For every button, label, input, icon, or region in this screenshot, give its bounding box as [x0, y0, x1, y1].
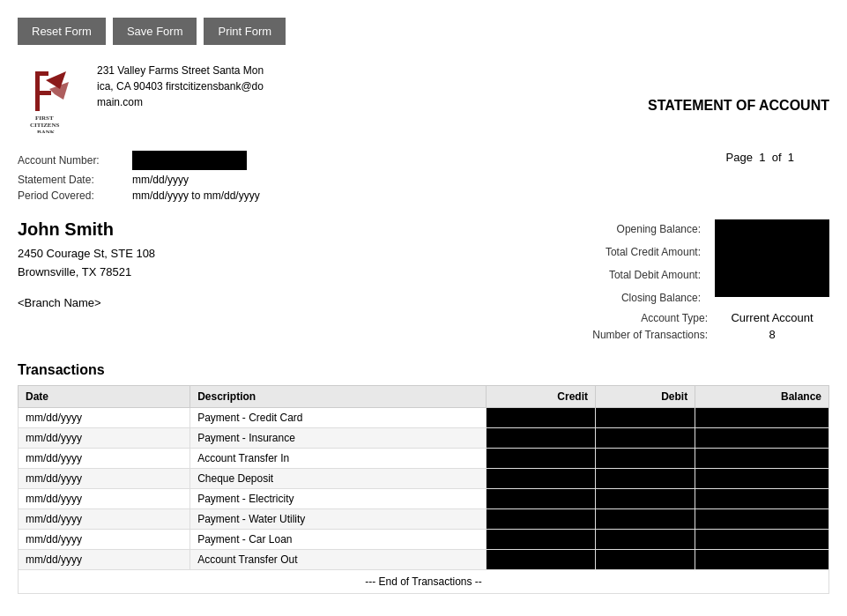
- cell-debit[interactable]: [595, 449, 695, 469]
- col-description: Description: [190, 386, 486, 408]
- cell-balance[interactable]: [695, 530, 829, 550]
- print-button[interactable]: Print Form: [204, 18, 286, 45]
- cell-credit[interactable]: [486, 550, 595, 570]
- account-type-row: Account Type: Current Account: [459, 311, 829, 324]
- cell-date: mm/dd/yyyy: [19, 550, 190, 570]
- cell-date: mm/dd/yyyy: [19, 509, 190, 530]
- reset-button[interactable]: Reset Form: [18, 18, 106, 45]
- table-row: mm/dd/yyyyCheque Deposit: [19, 469, 829, 489]
- cell-credit[interactable]: [486, 428, 595, 449]
- cell-description: Payment - Car Loan: [190, 530, 486, 550]
- bank-address-line2: ica, CA 90403 firstcitizensbank@do: [97, 80, 264, 93]
- cell-balance[interactable]: [695, 509, 829, 530]
- cell-date: mm/dd/yyyy: [19, 530, 190, 550]
- end-of-transactions: --- End of Transactions --: [18, 570, 829, 594]
- cell-balance[interactable]: [695, 550, 829, 570]
- cell-debit[interactable]: [595, 469, 695, 489]
- account-number-value[interactable]: [132, 151, 247, 170]
- bank-address-line3: main.com: [97, 96, 143, 108]
- num-transactions-label: Number of Transactions:: [592, 329, 708, 341]
- period-covered-value[interactable]: mm/dd/yyyy to mm/dd/yyyy: [132, 189, 260, 202]
- svg-text:BANK: BANK: [37, 129, 56, 133]
- cell-balance[interactable]: [695, 469, 829, 489]
- table-row: mm/dd/yyyyPayment - Insurance: [19, 428, 829, 449]
- svg-text:FIRST: FIRST: [35, 115, 54, 122]
- cell-credit[interactable]: [486, 509, 595, 530]
- num-transactions-row: Number of Transactions: 8: [459, 328, 829, 341]
- cell-credit[interactable]: [486, 469, 595, 489]
- table-row: mm/dd/yyyyPayment - Credit Card: [19, 408, 829, 428]
- cell-debit[interactable]: [595, 550, 695, 570]
- customer-name: John Smith: [18, 219, 459, 240]
- cell-date: mm/dd/yyyy: [19, 489, 190, 509]
- total-debit-label: Total Debit Amount:: [609, 265, 701, 285]
- table-row: mm/dd/yyyyAccount Transfer In: [19, 449, 829, 469]
- statement-date-row: Statement Date: mm/dd/yyyy: [18, 174, 829, 186]
- bank-info: FIRST CITIZENS BANK 231 Valley Farms Str…: [18, 63, 264, 133]
- cell-debit[interactable]: [595, 408, 695, 428]
- col-credit: Credit: [486, 386, 595, 408]
- cell-credit[interactable]: [486, 530, 595, 550]
- cell-balance[interactable]: [695, 428, 829, 449]
- cell-debit[interactable]: [595, 428, 695, 449]
- main-content: John Smith 2450 Courage St, STE 108 Brow…: [18, 219, 829, 345]
- header-section: FIRST CITIZENS BANK 231 Valley Farms Str…: [18, 63, 829, 133]
- svg-marker-0: [35, 71, 51, 111]
- bank-address-line1: 231 Valley Farms Street Santa Mon: [97, 64, 264, 77]
- cell-debit[interactable]: [595, 509, 695, 530]
- cell-description: Account Transfer In: [190, 449, 486, 469]
- summary-labels: Opening Balance: Total Credit Amount: To…: [606, 219, 708, 308]
- summary-values-box[interactable]: [715, 219, 829, 297]
- account-number-label: Account Number:: [18, 154, 132, 167]
- table-row: mm/dd/yyyyPayment - Electricity: [19, 489, 829, 509]
- customer-address-line2: Brownsville, TX 78521: [18, 263, 459, 282]
- toolbar: Reset Form Save Form Print Form: [18, 18, 829, 45]
- total-credit-label: Total Credit Amount:: [606, 242, 701, 262]
- cell-balance[interactable]: [695, 408, 829, 428]
- cell-debit[interactable]: [595, 530, 695, 550]
- cell-credit[interactable]: [486, 489, 595, 509]
- table-row: mm/dd/yyyyPayment - Car Loan: [19, 530, 829, 550]
- cell-debit[interactable]: [595, 489, 695, 509]
- cell-date: mm/dd/yyyy: [19, 469, 190, 489]
- customer-address: 2450 Courage St, STE 108 Brownsville, TX…: [18, 245, 459, 282]
- summary-block: Opening Balance: Total Credit Amount: To…: [459, 219, 829, 308]
- table-header-row: Date Description Credit Debit Balance: [19, 386, 829, 408]
- col-date: Date: [19, 386, 190, 408]
- bank-address: 231 Valley Farms Street Santa Mon ica, C…: [97, 63, 264, 110]
- cell-balance[interactable]: [695, 449, 829, 469]
- account-summary: Opening Balance: Total Credit Amount: To…: [459, 219, 829, 345]
- cell-description: Cheque Deposit: [190, 469, 486, 489]
- cell-description: Payment - Electricity: [190, 489, 486, 509]
- statement-date-value[interactable]: mm/dd/yyyy: [132, 174, 189, 186]
- cell-description: Account Transfer Out: [190, 550, 486, 570]
- statement-date-label: Statement Date:: [18, 174, 132, 186]
- customer-address-line1: 2450 Courage St, STE 108: [18, 245, 459, 263]
- svg-text:CITIZENS: CITIZENS: [30, 122, 60, 129]
- table-row: mm/dd/yyyyPayment - Water Utility: [19, 509, 829, 530]
- period-covered-label: Period Covered:: [18, 189, 132, 202]
- cell-credit[interactable]: [486, 408, 595, 428]
- closing-balance-label: Closing Balance:: [621, 288, 701, 308]
- cell-credit[interactable]: [486, 449, 595, 469]
- cell-date: mm/dd/yyyy: [19, 449, 190, 469]
- cell-balance[interactable]: [695, 489, 829, 509]
- account-info: Account Number: Statement Date: mm/dd/yy…: [18, 151, 829, 202]
- save-button[interactable]: Save Form: [113, 18, 197, 45]
- cell-date: mm/dd/yyyy: [19, 428, 190, 449]
- account-type-label: Account Type:: [641, 312, 708, 324]
- opening-balance-label: Opening Balance:: [617, 219, 701, 239]
- cell-description: Payment - Water Utility: [190, 509, 486, 530]
- transactions-section: Transactions Date Description Credit Deb…: [18, 362, 829, 594]
- transactions-title: Transactions: [18, 362, 829, 378]
- customer-info: John Smith 2450 Courage St, STE 108 Brow…: [18, 219, 459, 345]
- table-row: mm/dd/yyyyAccount Transfer Out: [19, 550, 829, 570]
- bank-logo: FIRST CITIZENS BANK: [18, 63, 88, 133]
- period-covered-row: Period Covered: mm/dd/yyyy to mm/dd/yyyy: [18, 189, 829, 202]
- num-transactions-value: 8: [715, 328, 829, 341]
- account-number-row: Account Number:: [18, 151, 829, 170]
- transactions-table: Date Description Credit Debit Balance mm…: [18, 385, 829, 570]
- col-debit: Debit: [595, 386, 695, 408]
- cell-date: mm/dd/yyyy: [19, 408, 190, 428]
- branch-name: <Branch Name>: [18, 296, 459, 309]
